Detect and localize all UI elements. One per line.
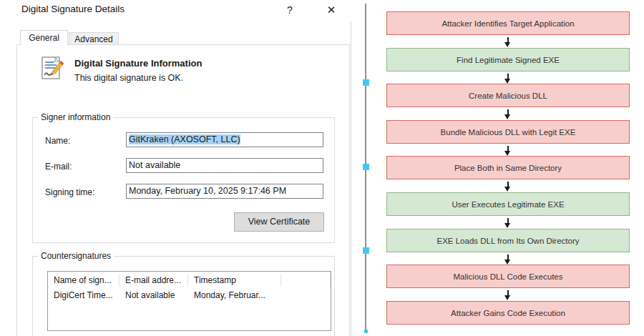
flow-step-label: EXE Loads DLL from Its Own Directory [437,237,580,245]
flow-arrowhead-icon [504,295,510,300]
signature-info-heading: Digital Signature Information [74,58,202,69]
flow-arrowhead-icon [504,151,510,156]
flow-arrowhead-icon [504,79,510,84]
flow-arrowhead-icon [504,42,510,47]
flow-step-4[interactable]: Bundle Malicious DLL with Legit EXE [386,120,630,144]
digital-signature-details-dialog: Digital Signature Details ? ✕ General Ad… [0,0,351,336]
countersignatures-group-label: Countersignatures [38,251,114,261]
close-icon[interactable]: ✕ [322,2,341,18]
flow-step-8[interactable]: Malicious DLL Code Executes [386,265,630,288]
email-field-value: Not available [129,160,180,170]
signing-time-field[interactable]: Monday, February 10, 2025 9:17:46 PM [126,184,323,199]
dialog-title: Digital Signature Details [21,4,125,14]
flow-step-1[interactable]: Attacker Identifies Target Application [386,11,630,35]
edge-handle-icon[interactable] [363,247,369,254]
help-icon[interactable]: ? [280,2,299,18]
table-header-row: Name of sign... E-mail addre... Timestam… [48,272,331,287]
tab-advanced[interactable]: Advanced [69,32,119,45]
flowchart: Attacker Identifies Target ApplicationFi… [351,0,644,336]
cell-email: Not available [119,290,188,300]
flow-arrowhead-icon [504,114,510,119]
screenshot-root: Digital Signature Details ? ✕ General Ad… [0,0,644,336]
signing-time-label: Signing time: [45,187,94,197]
edge-handle-icon[interactable] [363,164,369,170]
dialog-titlebar: Digital Signature Details ? ✕ [0,0,351,21]
flow-step-label: Find Legitimate Signed EXE [457,56,560,64]
column-header-name[interactable]: Name of sign... [48,274,119,287]
tab-general[interactable]: General [20,30,68,45]
flow-arrowhead-icon [504,187,510,192]
signing-time-field-value: Monday, February 10, 2025 9:17:46 PM [129,186,286,196]
flow-step-6[interactable]: User Executes Legitimate EXE [386,192,630,216]
digital-signature-icon [41,56,64,84]
column-header-timestamp[interactable]: Timestamp [188,274,281,287]
flow-step-label: Malicious DLL Code Executes [454,272,563,281]
table-row[interactable]: DigiCert Time... Not available Monday, F… [48,287,331,303]
signer-information-group: Signer information Name: GitKraken (AXOS… [32,117,335,243]
flow-step-5[interactable]: Place Both in Same Directory [386,156,630,179]
cell-timestamp: Monday, Februar... [188,290,281,300]
signer-group-label: Signer information [38,112,113,122]
flow-step-7[interactable]: EXE Loads DLL from Its Own Directory [386,229,630,252]
flow-step-9[interactable]: Attacker Gains Code Execution [386,301,630,325]
column-header-email[interactable]: E-mail addre... [119,274,188,287]
flow-step-label: Attacker Gains Code Execution [451,309,565,317]
flow-arrowhead-icon [504,223,510,228]
edge-handle-icon[interactable] [363,79,369,86]
view-certificate-button[interactable]: View Certificate [234,212,324,232]
name-field-value: GitKraken (AXOSOFT, LLC) [129,134,240,144]
flow-step-label: Attacker Identifies Target Application [441,19,574,28]
countersignatures-group: Countersignatures Name of sign... E-mail… [32,256,335,336]
flow-step-2[interactable]: Find Legitimate Signed EXE [386,48,630,71]
countersignatures-table: Name of sign... E-mail addre... Timestam… [47,271,331,331]
column-header-blank [281,274,331,287]
flow-step-label: User Executes Legitimate EXE [452,200,564,209]
name-label: Name: [45,136,70,146]
flow-arrowhead-icon [504,260,510,265]
signature-status-text: This digital signature is OK. [74,73,183,83]
flow-step-label: Create Malicious DLL [469,92,547,100]
name-field[interactable]: GitKraken (AXOSOFT, LLC) [126,132,323,147]
flow-step-label: Place Both in Same Directory [454,164,562,172]
edge-endpoint-handle-icon[interactable] [364,330,368,333]
cell-signer-name: DigiCert Time... [48,290,119,300]
flow-step-label: Bundle Malicious DLL with Legit EXE [441,128,576,137]
flow-step-3[interactable]: Create Malicious DLL [386,84,630,107]
email-field[interactable]: Not available [126,158,323,173]
email-label: E-mail: [45,162,72,172]
